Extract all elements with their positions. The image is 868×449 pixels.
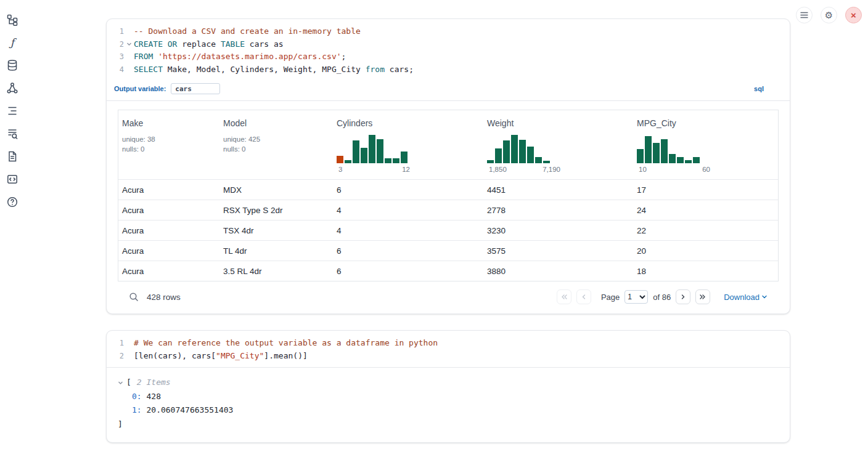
settings-button[interactable]: ⚙ — [821, 7, 837, 23]
table-cell: Acura — [118, 185, 219, 195]
histogram-bar — [677, 157, 684, 163]
histogram-bar — [369, 135, 375, 163]
python-cell: 1# We can reference the output variable … — [106, 330, 790, 443]
table-cell: 24 — [633, 206, 778, 215]
column-stats: unique: 425nulls: 0 — [223, 134, 329, 154]
table-cell: Acura — [118, 206, 219, 215]
table-footer: 428 rows Page 1 — [118, 281, 779, 313]
dependency-graph-icon[interactable] — [5, 81, 20, 95]
chevron-left-icon — [580, 293, 588, 301]
line-number: 2 — [107, 38, 124, 51]
notebook: 1-- Download a CSV and create an in-memo… — [106, 18, 790, 443]
code-token: TABLE — [221, 39, 245, 49]
variables-icon[interactable]: ƒ — [5, 35, 20, 50]
gear-icon: ⚙ — [825, 10, 833, 20]
datasources-icon[interactable] — [5, 58, 20, 73]
page-label: Page — [601, 293, 620, 302]
code-token: CREATE — [134, 39, 163, 49]
prev-page-button[interactable] — [576, 289, 591, 304]
close-bracket: ] — [118, 418, 779, 432]
column-histogram — [637, 134, 712, 163]
histogram-bar — [393, 158, 399, 163]
table-cell: 3230 — [483, 226, 633, 235]
logs-icon[interactable] — [5, 126, 20, 141]
histogram-bar — [503, 140, 510, 163]
axis-min: 10 — [639, 166, 647, 173]
column-header-cylinders[interactable]: Cylinders312 — [333, 110, 483, 179]
table-cell: 3880 — [483, 267, 633, 276]
line-number: 3 — [107, 51, 124, 63]
histogram-bar — [637, 149, 644, 163]
table-row: AcuraRSX Type S 2dr4277824 — [118, 200, 778, 220]
collapse-chevron-icon[interactable] — [118, 380, 123, 386]
fold-chevron-icon[interactable] — [124, 38, 134, 51]
last-page-button[interactable] — [695, 289, 710, 304]
column-header-model[interactable]: Modelunique: 425nulls: 0 — [219, 110, 333, 179]
histogram-axis: 1060 — [637, 166, 712, 173]
fold-spacer — [124, 51, 134, 63]
tree-entry: 1: 20.060747663551403 — [118, 403, 779, 418]
code-line: 1-- Download a CSV and create an in-memo… — [107, 25, 790, 38]
table-row: AcuraTL 4dr6357520 — [118, 240, 778, 261]
code-token: "MPG_City" — [216, 351, 264, 360]
close-button[interactable]: × — [845, 7, 862, 23]
table-cell: 3.5 RL 4dr — [219, 267, 333, 276]
table-cell: 20 — [633, 246, 778, 256]
column-label: Model — [223, 118, 329, 128]
column-histogram — [487, 134, 562, 163]
axis-max: 60 — [702, 166, 710, 173]
table-cell: 18 — [633, 267, 778, 276]
menu-button[interactable] — [796, 7, 813, 23]
histogram-bar — [645, 136, 652, 163]
histogram-bar — [519, 140, 526, 163]
snippets-icon[interactable] — [5, 172, 20, 187]
column-header-weight[interactable]: Weight1,8507,190 — [483, 110, 633, 179]
documentation-icon[interactable] — [5, 149, 20, 164]
table-row: AcuraTSX 4dr4323022 — [118, 220, 778, 240]
table-cell: 6 — [333, 267, 483, 276]
code-token: [len(cars), cars[ — [134, 351, 216, 360]
table-cell: Acura — [118, 226, 219, 235]
column-header-mpg_city[interactable]: MPG_City1060 — [633, 110, 778, 179]
table-cell: Acura — [118, 246, 219, 256]
code-token: ].mean()] — [264, 351, 307, 360]
help-icon[interactable] — [5, 195, 20, 209]
code-token: FROM — [134, 52, 153, 61]
code-line: 2[len(cars), cars["MPG_City"].mean()] — [107, 350, 790, 363]
next-page-button[interactable] — [676, 289, 690, 304]
histogram-bar — [685, 160, 692, 163]
close-icon: × — [851, 10, 856, 20]
python-code-editor[interactable]: 1# We can reference the output variable … — [107, 331, 790, 367]
histogram-bar — [401, 152, 407, 163]
file-tree-icon[interactable] — [5, 12, 20, 27]
download-button[interactable]: Download — [724, 293, 768, 302]
search-button[interactable] — [129, 292, 139, 302]
chevrons-right-icon — [699, 293, 706, 301]
sql-code-editor[interactable]: 1-- Download a CSV and create an in-memo… — [107, 19, 790, 81]
column-stats: unique: 38nulls: 0 — [122, 134, 216, 154]
histogram-bar — [377, 139, 383, 163]
histogram-bar — [495, 148, 502, 163]
code-token — [153, 52, 158, 61]
table-cell: 4451 — [483, 185, 633, 195]
table-row: AcuraMDX6445117 — [118, 179, 778, 200]
code-token: cars as — [245, 39, 284, 49]
column-header-make[interactable]: Makeunique: 38nulls: 0 — [118, 110, 219, 179]
tree-value: 428 — [142, 392, 161, 401]
column-histogram — [337, 134, 412, 163]
histogram-bar — [345, 160, 351, 163]
fold-spacer — [124, 25, 134, 38]
table-row: Acura3.5 RL 4dr6388018 — [118, 261, 778, 281]
open-bracket: [ — [126, 376, 131, 390]
output-variable-input[interactable] — [171, 83, 220, 94]
output-variable-row: Output variable: sql — [107, 81, 790, 100]
search-icon — [129, 292, 139, 302]
fold-spacer — [124, 337, 134, 350]
first-page-button[interactable] — [557, 289, 571, 304]
code-token: OR — [168, 39, 178, 49]
tree-key: 1: — [132, 405, 142, 415]
code-token: Make, Model, Cylinders, Weight, MPG_City — [163, 65, 366, 74]
fold-spacer — [124, 350, 134, 363]
outline-icon[interactable] — [5, 103, 20, 118]
page-select[interactable]: 1 — [624, 290, 648, 304]
